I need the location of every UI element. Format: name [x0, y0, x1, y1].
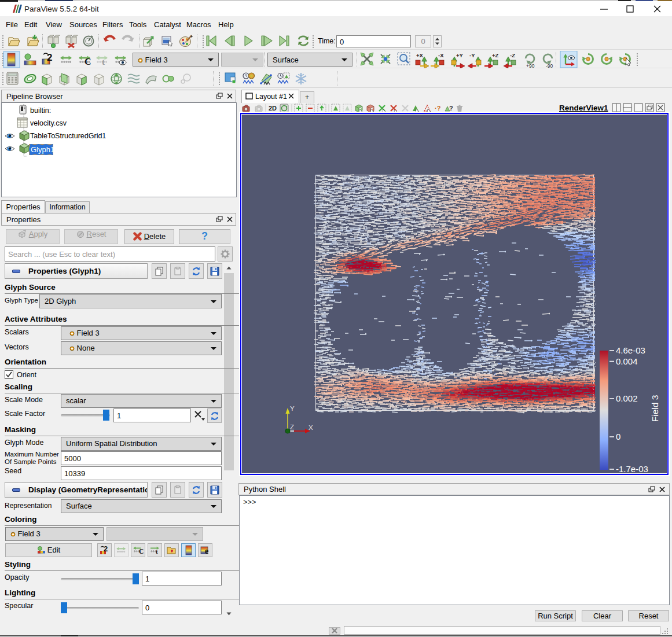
svg-text:-X: -X	[438, 52, 444, 58]
svg-text:4.6e-03: 4.6e-03	[616, 345, 645, 355]
svg-text:t: t	[155, 548, 157, 555]
svg-text:-1.7e-03: -1.7e-03	[616, 464, 648, 473]
svg-text:?: ?	[449, 105, 453, 112]
svg-text:-Y: -Y	[469, 52, 475, 58]
svg-text:+X: +X	[416, 52, 424, 58]
svg-text:Z: Z	[290, 424, 294, 430]
svg-text:C: C	[138, 548, 143, 555]
svg-text:Field 3: Field 3	[650, 395, 660, 422]
svg-text:2: 2	[104, 546, 108, 553]
svg-text:C: C	[85, 57, 91, 67]
svg-text:t: t	[102, 57, 105, 67]
svg-text:0.004: 0.004	[616, 356, 638, 366]
svg-text:0: 0	[616, 432, 620, 441]
svg-text:-Z: -Z	[510, 52, 515, 58]
svg-text:X: X	[309, 424, 313, 431]
svg-text:-90: -90	[546, 63, 553, 68]
svg-text:2D: 2D	[269, 105, 277, 112]
svg-text:·?: ·?	[435, 105, 441, 112]
svg-text:+Y: +Y	[456, 52, 464, 58]
svg-text:e: e	[205, 547, 208, 555]
svg-text:0.002: 0.002	[616, 393, 638, 403]
svg-text:+Z: +Z	[492, 52, 499, 58]
svg-text:+90: +90	[526, 63, 535, 68]
svg-text:Y: Y	[290, 405, 295, 412]
